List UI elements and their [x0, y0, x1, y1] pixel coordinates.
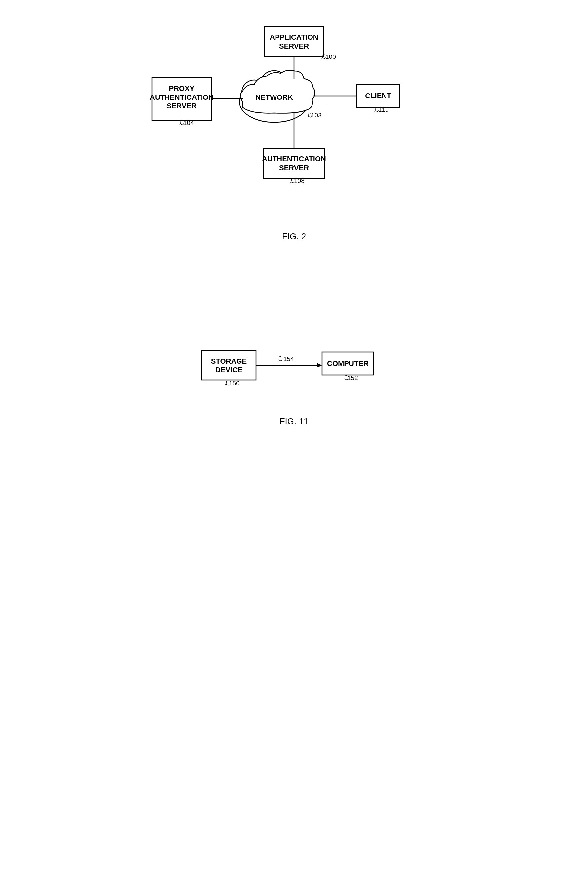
fig2-container: NETWORK ℒ 103 APPLICATION SERVER	[0, 20, 588, 242]
svg-text:103: 103	[311, 112, 322, 119]
svg-text:100: 100	[326, 53, 336, 60]
svg-text:152: 152	[348, 374, 358, 382]
fig11-caption: FIG. 11	[280, 416, 309, 427]
svg-text:CLIENT: CLIENT	[365, 92, 392, 100]
svg-text:AUTHENTICATION: AUTHENTICATION	[150, 93, 214, 101]
svg-text:108: 108	[294, 177, 304, 185]
svg-marker-41	[317, 363, 322, 368]
svg-text:154: 154	[284, 355, 294, 362]
svg-text:SERVER: SERVER	[279, 164, 309, 172]
svg-text:110: 110	[378, 106, 389, 113]
svg-text:PROXY: PROXY	[169, 84, 194, 93]
fig2-caption: FIG. 2	[282, 231, 306, 242]
svg-text:150: 150	[229, 380, 240, 387]
svg-text:SERVER: SERVER	[167, 102, 196, 110]
svg-text:COMPUTER: COMPUTER	[327, 359, 369, 368]
svg-text:104: 104	[183, 119, 194, 126]
fig11-svg: STORAGE DEVICE ℒ 150 ℒ 154 COMPUTER ℒ 15…	[195, 344, 393, 403]
svg-text:STORAGE: STORAGE	[211, 357, 247, 365]
page: NETWORK ℒ 103 APPLICATION SERVER	[0, 0, 588, 888]
svg-text:DEVICE: DEVICE	[215, 366, 243, 374]
svg-text:SERVER: SERVER	[279, 42, 309, 50]
fig11-diagram: STORAGE DEVICE ℒ 150 ℒ 154 COMPUTER ℒ 15…	[195, 344, 393, 403]
fig2-svg: NETWORK ℒ 103 APPLICATION SERVER	[146, 20, 442, 225]
fig2-diagram: NETWORK ℒ 103 APPLICATION SERVER	[146, 20, 442, 225]
network-cloud: NETWORK ℒ 103	[240, 71, 322, 122]
svg-text:AUTHENTICATION: AUTHENTICATION	[262, 155, 326, 163]
fig11-container: STORAGE DEVICE ℒ 150 ℒ 154 COMPUTER ℒ 15…	[0, 344, 588, 427]
svg-rect-15	[264, 26, 324, 56]
svg-text:APPLICATION: APPLICATION	[270, 33, 318, 41]
svg-text:NETWORK: NETWORK	[255, 93, 293, 101]
svg-rect-35	[201, 350, 256, 380]
svg-text:ℒ: ℒ	[278, 355, 282, 362]
